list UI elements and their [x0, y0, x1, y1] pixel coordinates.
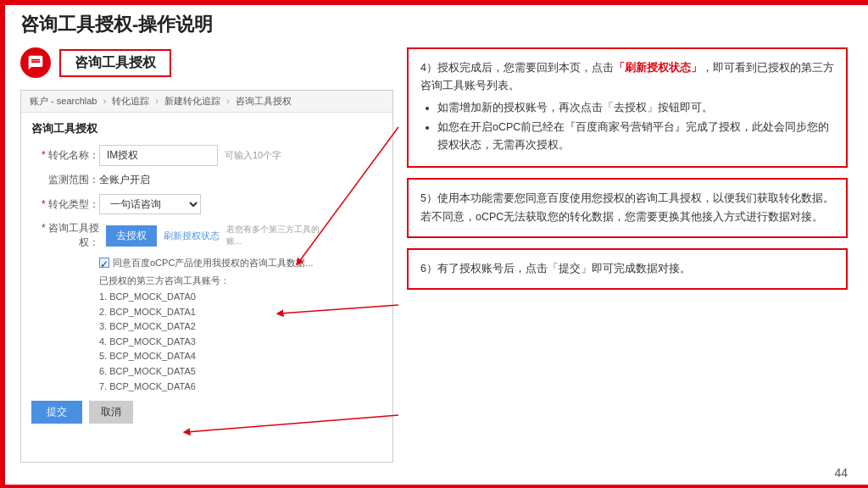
account-list-title: 已授权的第三方咨询工具账号： [99, 274, 382, 287]
section-header: 咨询工具授权 [20, 47, 393, 78]
ui-mockup: 账户 - searchlab › 转化追踪 › 新建转化追踪 › 咨询工具授权 … [20, 90, 393, 463]
callout-6: 6）有了授权账号后，点击「提交」即可完成数据对接。 [407, 248, 848, 290]
chat-icon [27, 54, 44, 71]
main-content: 咨询工具授权 账户 - searchlab › 转化追踪 › 新建转化追踪 › … [20, 47, 848, 463]
mockup-section-title: 咨询工具授权 [31, 121, 382, 136]
conversion-type-select[interactable]: 一句话咨询 [99, 194, 201, 214]
breadcrumb-item-2: 转化追踪 [112, 96, 149, 106]
account-list: 1. BCP_MOCK_DATA0 2. BCP_MOCK_DATA1 3. B… [99, 290, 382, 394]
consent-checkbox-row: ✓ 同意百度oCPC产品使用我授权的咨询工具数据... [99, 257, 382, 269]
list-item: 7. BCP_MOCK_DATA6 [99, 380, 382, 395]
consent-text: 同意百度oCPC产品使用我授权的咨询工具数据... [113, 257, 314, 269]
callout-5-text: 5）使用本功能需要您同意百度使用您授权的咨询工具授权，以便我们获取转化数据。若不… [420, 190, 834, 226]
monitor-scope-value: 全账户开启 [99, 173, 150, 187]
auth-row: * 咨询工具授权： 去授权 刷新授权状态 若您有多个第三方工具的账... [31, 221, 382, 250]
conversion-name-hint: 可输入10个字 [225, 149, 281, 162]
left-accent-bar [0, 5, 5, 485]
submit-button[interactable]: 提交 [31, 401, 82, 424]
breadcrumb-item-4: 咨询工具授权 [236, 96, 292, 106]
auth-label: * 咨询工具授权： [31, 221, 99, 250]
page-title-area: 咨询工具授权-操作说明 [20, 12, 213, 37]
mockup-breadcrumb: 账户 - searchlab › 转化追踪 › 新建转化追踪 › 咨询工具授权 [21, 91, 392, 113]
callout-4-bullet-2: 如您在开启oCPC前已经在『百度商家号营销平台』完成了授权，此处会同步您的授权状… [437, 119, 834, 155]
breadcrumb-item-1: 账户 - searchlab [30, 96, 97, 106]
section-icon [20, 47, 51, 78]
breadcrumb-item-3: 新建转化追踪 [164, 96, 220, 106]
left-panel: 咨询工具授权 账户 - searchlab › 转化追踪 › 新建转化追踪 › … [20, 47, 393, 463]
list-item: 2. BCP_MOCK_DATA1 [99, 305, 382, 320]
refresh-auth-button[interactable]: 刷新授权状态 [164, 230, 220, 242]
conversion-name-label: 转化名称： [31, 148, 99, 163]
right-panel: 4）授权完成后，您需要回到本页，点击「刷新授权状态」，即可看到已授权的第三方咨询… [407, 47, 848, 463]
conversion-name-input[interactable]: IM授权 [99, 145, 218, 166]
callout-4-bullet-1: 如需增加新的授权账号，再次点击「去授权」按钮即可。 [437, 99, 834, 117]
list-item: 6. BCP_MOCK_DATA5 [99, 364, 382, 380]
top-accent-bar [0, 0, 868, 5]
list-item: 1. BCP_MOCK_DATA0 [99, 290, 382, 305]
auth-hint: 若您有多个第三方工具的账... [226, 224, 328, 247]
page-title: 咨询工具授权-操作说明 [20, 12, 213, 37]
consent-checkbox[interactable]: ✓ [99, 258, 109, 268]
mockup-body: 咨询工具授权 转化名称： IM授权 可输入10个字 监测范围： 全账户开启 转化… [21, 113, 392, 432]
conversion-name-row: 转化名称： IM授权 可输入10个字 [31, 145, 382, 166]
monitor-scope-label: 监测范围： [31, 173, 99, 187]
list-item: 5. BCP_MOCK_DATA4 [99, 349, 382, 364]
callout-4: 4）授权完成后，您需要回到本页，点击「刷新授权状态」，即可看到已授权的第三方咨询… [407, 47, 848, 168]
callout-4-bullets: 如需增加新的授权账号，再次点击「去授权」按钮即可。 如您在开启oCPC前已经在『… [420, 99, 834, 155]
callout-6-text: 6）有了授权账号后，点击「提交」即可完成数据对接。 [420, 260, 834, 278]
list-item: 4. BCP_MOCK_DATA3 [99, 335, 382, 350]
monitor-scope-row: 监测范围： 全账户开启 [31, 173, 382, 187]
cancel-button[interactable]: 取消 [89, 401, 133, 424]
callout-5: 5）使用本功能需要您同意百度使用您授权的咨询工具授权，以便我们获取转化数据。若不… [407, 178, 848, 238]
conversion-type-row: 转化类型： 一句话咨询 [31, 194, 382, 214]
callout-4-intro: 4）授权完成后，您需要回到本页，点击「刷新授权状态」，即可看到已授权的第三方咨询… [420, 59, 834, 96]
submit-row: 提交 取消 [31, 401, 382, 424]
page-number: 44 [834, 466, 848, 480]
account-list-area: 已授权的第三方咨询工具账号： 1. BCP_MOCK_DATA0 2. BCP_… [99, 274, 382, 394]
bottom-accent-bar [0, 485, 868, 488]
authorize-button[interactable]: 去授权 [106, 225, 157, 247]
list-item: 3. BCP_MOCK_DATA2 [99, 319, 382, 335]
section-title: 咨询工具授权 [59, 49, 171, 77]
conversion-type-label: 转化类型： [31, 197, 99, 212]
